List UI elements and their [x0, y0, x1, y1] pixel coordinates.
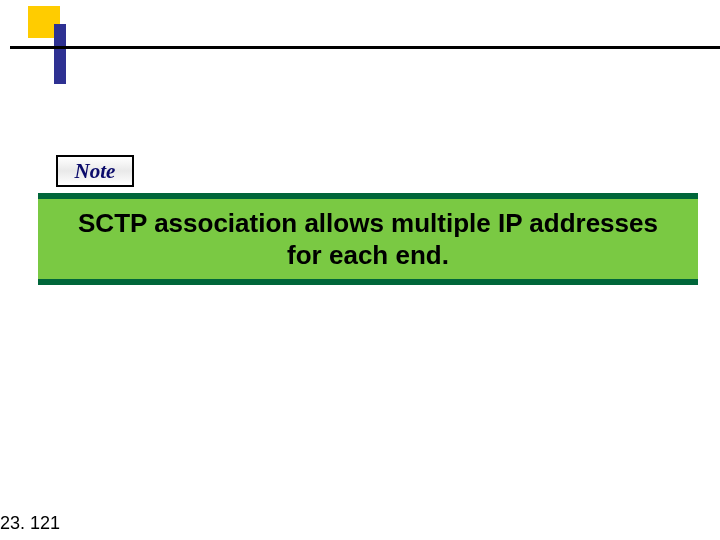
note-badge: Note	[56, 155, 134, 187]
note-label: Note	[75, 159, 116, 184]
callout-text: SCTP association allows multiple IP addr…	[58, 207, 678, 272]
blue-bar-icon	[54, 24, 66, 84]
horizontal-rule-icon	[10, 46, 720, 49]
corner-decoration-icon	[10, 6, 70, 80]
callout-banner: SCTP association allows multiple IP addr…	[38, 193, 698, 285]
slide: Note SCTP association allows multiple IP…	[0, 0, 720, 540]
page-number: 23. 121	[0, 513, 60, 534]
